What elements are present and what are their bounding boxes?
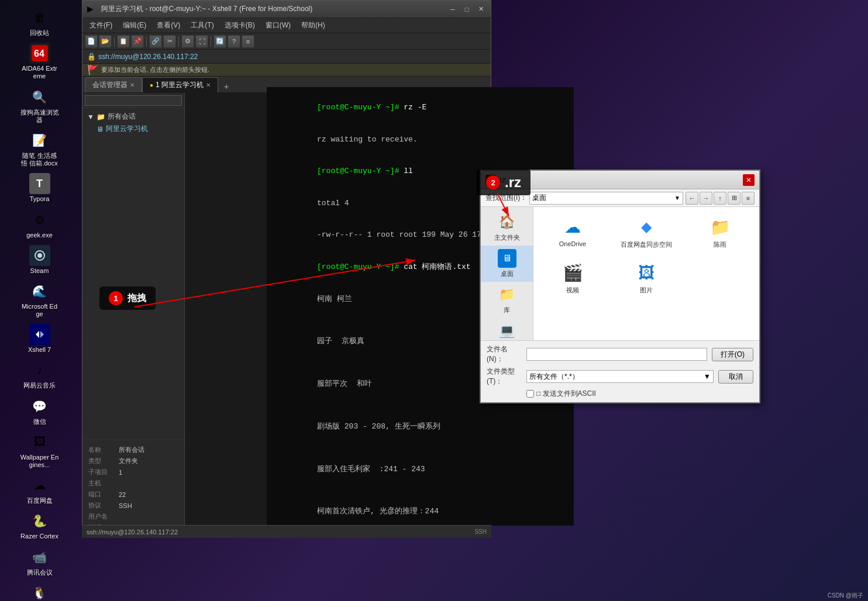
dialog-close-button[interactable]: ✕ <box>743 174 755 186</box>
prop-type-label: 类型 <box>87 456 116 466</box>
pictures-label: 图片 <box>640 286 653 295</box>
icon-tencent-meeting[interactable]: 📹 腾讯会议 <box>19 544 60 579</box>
terminal-line-3: [root@C-muyu-Y ~]# ll <box>271 156 491 188</box>
nav-forward-btn[interactable]: → <box>700 192 712 205</box>
icon-sogou[interactable]: 🔍 搜狗高速浏览器 <box>19 84 60 126</box>
close-button[interactable]: ✕ <box>476 4 486 15</box>
open-button[interactable]: 打开(O) <box>712 348 753 361</box>
tab-session-label: 会话管理器 <box>92 80 128 90</box>
sidebar-item-desktop[interactable]: 🖥 桌面 <box>481 246 533 282</box>
terminal-line-10 <box>271 358 491 368</box>
filetype-select[interactable]: 所有文件（*.*） ▼ <box>526 370 714 383</box>
minimize-button[interactable]: ─ <box>447 4 458 15</box>
menu-help[interactable]: 帮助(H) <box>297 19 330 32</box>
menu-tab[interactable]: 选项卡(B) <box>220 19 260 32</box>
icon-geek[interactable]: ⚙ geek.exe <box>19 207 60 241</box>
icon-xshell[interactable]: Xshell 7 <box>19 322 60 356</box>
terminal-line-2: rz waiting to receive. <box>271 124 491 156</box>
prop-name-value: 所有会话 <box>118 445 180 455</box>
chenyu-icon: 📁 <box>708 215 732 239</box>
icon-edge[interactable]: 🌊 Microsoft Edge <box>19 278 60 320</box>
toolbar-fullscreen-btn[interactable]: ⛶ <box>195 35 208 48</box>
sidebar-item-home[interactable]: 🏠 主文件夹 <box>481 209 533 246</box>
icon-docx[interactable]: 📝 随笔 生活感悟 信箱.docx <box>19 127 60 170</box>
icon-steam[interactable]: Steam <box>19 243 60 277</box>
nav-detail-btn[interactable]: ≡ <box>742 192 755 205</box>
menu-window[interactable]: 窗口(W) <box>261 19 295 32</box>
toolbar-open-btn[interactable]: 📂 <box>99 35 112 48</box>
output-2: rz waiting to receive. <box>317 135 418 144</box>
file-baidu-sync[interactable]: ◆ 百度网盘同步空间 <box>612 212 681 253</box>
icon-typora[interactable]: T Typora <box>19 171 60 205</box>
toolbar-settings-btn[interactable]: ⚙ <box>181 35 194 48</box>
toolbar-extra-btn[interactable]: ≡ <box>242 35 254 48</box>
chenyu-label: 陈雨 <box>714 240 726 249</box>
xshell-title-icon: ▶ <box>87 4 98 15</box>
prop-port-label: 端口 <box>87 489 116 499</box>
toolbar-refresh-btn[interactable]: 🔄 <box>213 35 226 48</box>
icon-aida64[interactable]: 64 AIDA64 Extreme <box>19 40 60 82</box>
toolbar-connect-btn[interactable]: 🔗 <box>149 35 162 48</box>
menu-view[interactable]: 查看(V) <box>152 19 185 32</box>
ascii-checkbox[interactable] <box>526 390 534 398</box>
video-label: 视频 <box>566 286 579 295</box>
icon-razer[interactable]: 🐍 Razer Cortex <box>19 508 60 543</box>
xshell-window: ▶ 阿里云学习机 - root@C-muyu-Y:~ - Xshell 7 (F… <box>82 0 491 538</box>
prop-host-row: 主机 <box>87 478 180 488</box>
geek-icon: ⚙ <box>29 209 50 230</box>
icon-label: 搜狗高速浏览器 <box>20 109 59 124</box>
tab-close-session[interactable]: ✕ <box>130 82 135 88</box>
terminal-area[interactable]: [root@C-muyu-Y ~]# rz -E rz waiting to r… <box>267 93 491 526</box>
icon-wechat[interactable]: 💬 微信 <box>19 393 60 428</box>
filename-input[interactable] <box>526 348 707 361</box>
maximize-button[interactable]: □ <box>461 4 472 15</box>
output-15: 服部入住毛利家 :241 - 243 <box>317 465 425 474</box>
toolbar-disconnect-btn[interactable]: ✂ <box>163 35 176 48</box>
icon-qq[interactable]: 🐧 腾讯QQ <box>19 580 60 601</box>
dialog-title: rz <box>500 175 743 184</box>
nav-dropdown-icon[interactable]: ▼ <box>674 195 680 201</box>
cmd-1: rz -E <box>404 103 426 112</box>
tree-item-aliyun[interactable]: 🖥 阿里云学习机 <box>85 123 182 135</box>
sidebar-home-label: 主文件夹 <box>494 233 520 242</box>
menu-file[interactable]: 文件(F) <box>85 19 117 32</box>
tab-add-button[interactable]: + <box>221 81 232 92</box>
docx-icon: 📝 <box>29 130 50 151</box>
output-13: 剧场版 203 - 208, 生死一瞬系列 <box>317 422 440 431</box>
file-onedrive[interactable]: ☁ OneDrive <box>538 212 607 253</box>
baidu-pan-icon: ☁ <box>29 475 50 496</box>
tab-session-manager[interactable]: 会话管理器 ✕ <box>85 77 142 92</box>
nav-back-btn[interactable]: ← <box>686 192 698 205</box>
nav-up-btn[interactable]: ↑ <box>714 192 726 205</box>
file-pictures[interactable]: 🖼 图片 <box>612 257 681 298</box>
nav-path[interactable]: 桌面 ▼ <box>529 192 683 205</box>
sidebar-item-library[interactable]: 📁 库 <box>481 282 533 318</box>
cancel-button[interactable]: 取消 <box>718 370 753 384</box>
library-icon: 📁 <box>498 285 516 304</box>
toolbar-new-btn[interactable]: 📄 <box>85 35 98 48</box>
sogou-icon: 🔍 <box>29 87 50 108</box>
file-dialog: rz rz ✕ 查找范围(I)： 桌面 ▼ ← → ↑ ⊞ ≡ 🏠 <box>480 170 760 403</box>
toolbar-copy-btn[interactable]: 📋 <box>117 35 130 48</box>
icon-wallpaper[interactable]: 🖼 Wallpaper Engines... <box>19 429 60 471</box>
session-search-input[interactable] <box>85 95 182 106</box>
icon-baidu-pan[interactable]: ☁ 百度网盘 <box>19 472 60 507</box>
menu-edit[interactable]: 编辑(E) <box>118 19 151 32</box>
sidebar-item-computer[interactable]: 💻 此电脑 <box>481 318 533 340</box>
prop-protocol-label: 协议 <box>87 500 116 510</box>
icon-netease-music[interactable]: ♪ 网易云音乐 <box>19 357 60 392</box>
info-text: 要添加当前会话, 点击左侧的箭头按钮. <box>101 65 209 74</box>
tree-folder-all[interactable]: ▼ 📁 所有会话 <box>85 110 182 123</box>
tab-close-aliyun[interactable]: ✕ <box>206 82 211 88</box>
prop-name-row: 名称 所有会话 <box>87 445 180 455</box>
wallpaper-icon: 🖼 <box>29 431 50 453</box>
tab-aliyun[interactable]: ● 1 阿里云学习机 ✕ <box>142 77 218 92</box>
toolbar-help-btn[interactable]: ? <box>228 35 240 48</box>
file-chenyu[interactable]: 📁 陈雨 <box>686 212 755 253</box>
menu-tools[interactable]: 工具(T) <box>186 19 218 32</box>
nav-view-btn[interactable]: ⊞ <box>728 192 740 205</box>
toolbar-paste-btn[interactable]: 📌 <box>131 35 144 48</box>
output-17: 柯南首次清铁卢, 光彦的推理：244 <box>317 507 439 516</box>
icon-recycle-bin[interactable]: 🗑 回收站 <box>19 5 60 39</box>
file-video[interactable]: 🎬 视频 <box>538 257 607 298</box>
